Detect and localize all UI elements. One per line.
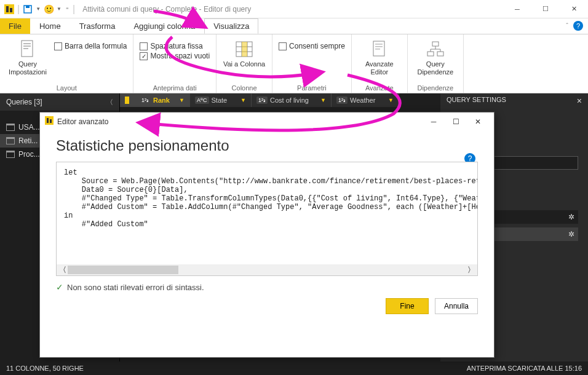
window-titlebar: | ▼ 🙂 ▼ ⁼ | Attività comuni di query - C…	[0, 0, 588, 18]
scroll-right-icon[interactable]: 〉	[467, 265, 475, 275]
maximize-button[interactable]: ☐	[531, 0, 560, 18]
minimize-button[interactable]: ─	[503, 0, 531, 18]
scroll-left-icon[interactable]: 〈	[59, 265, 66, 275]
divider: |	[17, 4, 20, 15]
table-icon	[6, 124, 15, 131]
svg-rect-21	[437, 52, 443, 56]
svg-rect-16	[375, 44, 383, 45]
always-allow-checkbox[interactable]: Consenti sempre	[279, 42, 345, 50]
scroll-thumb[interactable]	[68, 266, 178, 274]
svg-rect-2	[10, 8, 12, 12]
ribbon-group-advanced: Avanzate Editor Avanzate	[352, 34, 408, 93]
query-settings-label: Query Impostazioni	[6, 60, 49, 76]
column-state[interactable]: AᴮC State ▼	[190, 93, 252, 107]
code-editor[interactable]: let Source = Web.Page(Web.Contents("http…	[56, 162, 478, 276]
gear-icon[interactable]: ✲	[568, 230, 574, 239]
close-button[interactable]: ✕	[467, 113, 489, 130]
query-settings-button[interactable]: Query Impostazioni	[6, 37, 49, 76]
app-icon	[45, 116, 54, 127]
dependencies-icon	[426, 39, 445, 59]
goto-column-label: Vai a Colonna	[223, 60, 265, 68]
svg-rect-8	[23, 48, 28, 49]
emoji-icon[interactable]: 🙂	[43, 4, 54, 15]
column-weather[interactable]: 1²₃ Weather ▼	[332, 93, 399, 107]
dropdown-icon[interactable]: ▼	[179, 97, 185, 103]
syntax-status: ✓ Non sono stati rilevati errori di sint…	[56, 282, 478, 292]
group-label-data-preview: Anteprima dati	[140, 83, 210, 92]
emoji-dropdown-icon[interactable]: ▼	[57, 6, 62, 12]
check-icon: ✓	[56, 282, 63, 292]
group-label-columns: Colonne	[223, 83, 266, 92]
row-header[interactable]	[120, 93, 135, 107]
code-content[interactable]: let Source = Web.Page(Web.Contents("http…	[57, 162, 477, 235]
group-label-layout: Layout	[6, 83, 127, 92]
tab-add-column[interactable]: Aggiungi colonna	[124, 18, 204, 34]
column-cost-of-living[interactable]: 1²₃ Cost of living ▼	[252, 93, 332, 107]
tab-view[interactable]: Visualizza	[204, 18, 258, 34]
settings-header: QUERY SETTINGS ×	[440, 93, 588, 107]
save-icon[interactable]	[22, 4, 33, 15]
query-item-label: USA...	[18, 123, 40, 132]
column-name: Weather	[350, 97, 375, 104]
dropdown-icon[interactable]: ▼	[240, 97, 246, 103]
minimize-button[interactable]: ─	[423, 113, 445, 130]
chevron-left-icon[interactable]: 〈	[106, 98, 113, 107]
svg-rect-18	[375, 49, 380, 50]
horizontal-scrollbar[interactable]: 〈 〉	[57, 264, 477, 275]
dialog-heading: Statistiche pensionamento	[56, 137, 478, 154]
quick-access-toolbar: | ▼ 🙂 ▼ ⁼ |	[0, 4, 79, 15]
dialog-body: Statistiche pensionamento ? let Source =…	[40, 131, 494, 357]
svg-rect-26	[125, 97, 129, 104]
file-tab[interactable]: File	[0, 18, 30, 34]
table-icon	[6, 151, 15, 158]
close-icon[interactable]: ×	[577, 96, 582, 105]
svg-rect-28	[47, 118, 49, 123]
ribbon-tabs: File Home Trasforma Aggiungi colonna Vis…	[0, 18, 588, 34]
checkbox-icon: ✓	[140, 52, 148, 60]
type-badge: 1²₃	[336, 97, 348, 104]
show-whitespace-checkbox[interactable]: ✓ Mostra spazi vuoti	[140, 52, 210, 60]
cancel-button[interactable]: Annulla	[435, 298, 478, 314]
type-badge: 1²₃	[140, 97, 151, 104]
column-name: Cost of living	[270, 97, 309, 104]
group-label-parameters: Parametri	[279, 83, 345, 92]
column-name: State	[212, 97, 228, 104]
svg-rect-1	[6, 6, 9, 12]
formula-bar-checkbox[interactable]: Barra della formula	[54, 42, 127, 50]
svg-rect-4	[26, 6, 30, 8]
queries-header[interactable]: Queries [3] 〈	[0, 93, 119, 111]
svg-rect-29	[50, 119, 52, 123]
query-dependencies-button[interactable]: Query Dipendenze	[414, 37, 457, 76]
dialog-title: Editor avanzato	[57, 117, 419, 126]
svg-rect-7	[23, 45, 31, 47]
advanced-editor-button[interactable]: Avanzate Editor	[358, 37, 401, 76]
ribbon-group-layout: Query Impostazioni Barra della formula L…	[0, 34, 133, 93]
tab-transform[interactable]: Trasforma	[70, 18, 125, 34]
help-icon[interactable]: ?	[573, 21, 583, 31]
dialog-titlebar[interactable]: Editor avanzato ─ ☐ ✕	[40, 112, 494, 131]
statusbar-right: ANTEPRIMA SCARICATA ALLE 15:16	[467, 365, 582, 372]
done-button[interactable]: Fine	[386, 298, 429, 314]
column-rank[interactable]: 1²₃ Rank ▼	[135, 93, 190, 107]
goto-column-button[interactable]: Vai a Colonna	[223, 37, 266, 68]
statusbar: 11 COLONNE, 50 RIGHE ANTEPRIMA SCARICATA…	[0, 361, 588, 375]
gear-icon[interactable]: ✲	[568, 213, 574, 221]
svg-rect-17	[375, 46, 383, 47]
collapse-ribbon-icon[interactable]: ˆ	[566, 22, 568, 30]
close-button[interactable]: ✕	[560, 0, 588, 18]
always-allow-label: Consenti sempre	[289, 42, 345, 50]
advanced-editor-label: Avanzate Editor	[358, 60, 401, 76]
dropdown-icon[interactable]: ▼	[320, 97, 326, 103]
data-column-headers: 1²₃ Rank ▼ AᴮC State ▼ 1²₃ Cost of livin…	[120, 93, 399, 107]
checkbox-icon	[140, 42, 148, 50]
monospaced-label: Spaziatura fissa	[150, 42, 202, 50]
tab-home[interactable]: Home	[30, 18, 70, 34]
qat-customize-icon[interactable]: ⁼	[66, 6, 69, 12]
dropdown-icon[interactable]: ▼	[388, 97, 394, 103]
maximize-button[interactable]: ☐	[445, 113, 467, 130]
checkbox-icon	[279, 42, 287, 50]
monospaced-checkbox[interactable]: Spaziatura fissa	[140, 42, 210, 50]
save-dropdown-icon[interactable]: ▼	[36, 6, 41, 12]
settings-doc-icon	[18, 39, 38, 59]
svg-rect-20	[427, 52, 434, 56]
